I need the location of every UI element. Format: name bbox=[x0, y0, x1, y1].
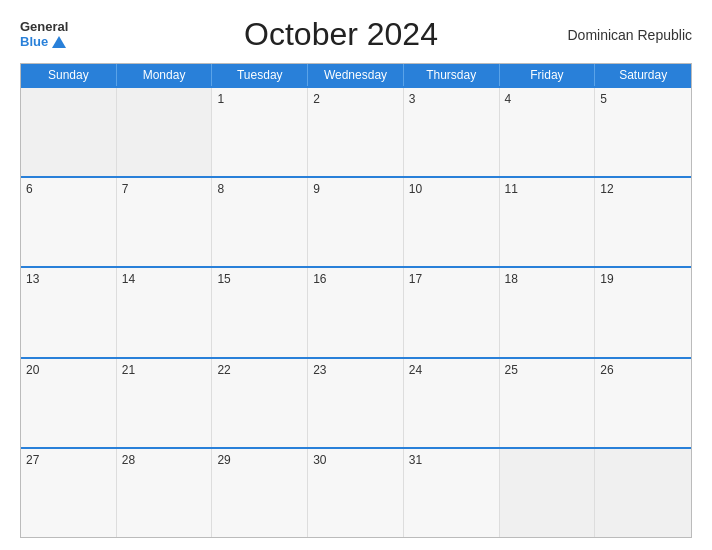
day-number: 8 bbox=[217, 182, 302, 196]
day-number: 30 bbox=[313, 453, 398, 467]
day-cell: 2 bbox=[308, 88, 404, 176]
day-number: 13 bbox=[26, 272, 111, 286]
week-row-5: 2728293031 bbox=[21, 447, 691, 537]
day-number: 5 bbox=[600, 92, 686, 106]
header: General Blue October 2024 Dominican Repu… bbox=[20, 16, 692, 53]
day-cell: 24 bbox=[404, 359, 500, 447]
weeks-container: 1234567891011121314151617181920212223242… bbox=[21, 86, 691, 537]
day-header-tuesday: Tuesday bbox=[212, 64, 308, 86]
day-cell: 22 bbox=[212, 359, 308, 447]
day-cell: 29 bbox=[212, 449, 308, 537]
logo-triangle-icon bbox=[52, 36, 66, 48]
day-cell: 26 bbox=[595, 359, 691, 447]
day-number: 10 bbox=[409, 182, 494, 196]
day-cell: 15 bbox=[212, 268, 308, 356]
day-cell: 20 bbox=[21, 359, 117, 447]
week-row-4: 20212223242526 bbox=[21, 357, 691, 447]
day-cell: 23 bbox=[308, 359, 404, 447]
day-cell bbox=[21, 88, 117, 176]
day-cell bbox=[595, 449, 691, 537]
day-number: 9 bbox=[313, 182, 398, 196]
day-number: 14 bbox=[122, 272, 207, 286]
day-cell bbox=[500, 449, 596, 537]
week-row-1: 12345 bbox=[21, 86, 691, 176]
day-cell: 19 bbox=[595, 268, 691, 356]
day-cell bbox=[117, 88, 213, 176]
day-header-wednesday: Wednesday bbox=[308, 64, 404, 86]
week-row-3: 13141516171819 bbox=[21, 266, 691, 356]
day-number: 24 bbox=[409, 363, 494, 377]
day-cell: 28 bbox=[117, 449, 213, 537]
day-cell: 5 bbox=[595, 88, 691, 176]
day-cell: 4 bbox=[500, 88, 596, 176]
day-number: 6 bbox=[26, 182, 111, 196]
calendar-grid: SundayMondayTuesdayWednesdayThursdayFrid… bbox=[20, 63, 692, 538]
day-number: 17 bbox=[409, 272, 494, 286]
day-number: 22 bbox=[217, 363, 302, 377]
day-cell: 8 bbox=[212, 178, 308, 266]
day-number: 15 bbox=[217, 272, 302, 286]
day-cell: 14 bbox=[117, 268, 213, 356]
day-number: 20 bbox=[26, 363, 111, 377]
day-cell: 17 bbox=[404, 268, 500, 356]
day-cell: 13 bbox=[21, 268, 117, 356]
day-header-sunday: Sunday bbox=[21, 64, 117, 86]
day-cell: 27 bbox=[21, 449, 117, 537]
day-cell: 25 bbox=[500, 359, 596, 447]
day-cell: 21 bbox=[117, 359, 213, 447]
day-number: 27 bbox=[26, 453, 111, 467]
day-cell: 18 bbox=[500, 268, 596, 356]
day-header-saturday: Saturday bbox=[595, 64, 691, 86]
day-number: 1 bbox=[217, 92, 302, 106]
day-headers-row: SundayMondayTuesdayWednesdayThursdayFrid… bbox=[21, 64, 691, 86]
day-cell: 1 bbox=[212, 88, 308, 176]
day-cell: 31 bbox=[404, 449, 500, 537]
day-number: 29 bbox=[217, 453, 302, 467]
day-number: 18 bbox=[505, 272, 590, 286]
day-number: 7 bbox=[122, 182, 207, 196]
day-cell: 3 bbox=[404, 88, 500, 176]
day-header-thursday: Thursday bbox=[404, 64, 500, 86]
day-cell: 11 bbox=[500, 178, 596, 266]
logo: General Blue bbox=[20, 20, 130, 49]
day-cell: 10 bbox=[404, 178, 500, 266]
country-label: Dominican Republic bbox=[552, 27, 692, 43]
day-header-friday: Friday bbox=[500, 64, 596, 86]
day-number: 26 bbox=[600, 363, 686, 377]
day-cell: 12 bbox=[595, 178, 691, 266]
day-number: 4 bbox=[505, 92, 590, 106]
day-cell: 9 bbox=[308, 178, 404, 266]
day-cell: 6 bbox=[21, 178, 117, 266]
day-cell: 16 bbox=[308, 268, 404, 356]
calendar-title: October 2024 bbox=[130, 16, 552, 53]
day-cell: 30 bbox=[308, 449, 404, 537]
day-number: 11 bbox=[505, 182, 590, 196]
logo-general-text: General bbox=[20, 20, 68, 34]
day-number: 28 bbox=[122, 453, 207, 467]
day-number: 12 bbox=[600, 182, 686, 196]
day-cell: 7 bbox=[117, 178, 213, 266]
day-number: 23 bbox=[313, 363, 398, 377]
day-number: 16 bbox=[313, 272, 398, 286]
logo-blue-text: Blue bbox=[20, 35, 48, 49]
day-number: 2 bbox=[313, 92, 398, 106]
day-header-monday: Monday bbox=[117, 64, 213, 86]
day-number: 21 bbox=[122, 363, 207, 377]
day-number: 3 bbox=[409, 92, 494, 106]
day-number: 25 bbox=[505, 363, 590, 377]
day-number: 31 bbox=[409, 453, 494, 467]
day-number: 19 bbox=[600, 272, 686, 286]
logo-blue-row: Blue bbox=[20, 35, 66, 49]
calendar-page: General Blue October 2024 Dominican Repu… bbox=[0, 0, 712, 550]
week-row-2: 6789101112 bbox=[21, 176, 691, 266]
